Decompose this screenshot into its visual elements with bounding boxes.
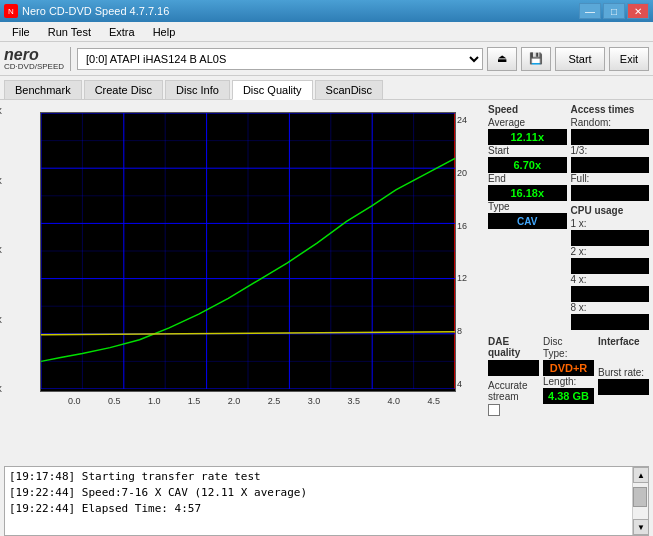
speed-column: Speed Average 12.11x Start 6.70x End 16.…	[488, 104, 567, 330]
exit-button[interactable]: Exit	[609, 47, 649, 71]
cpu-4x-value	[571, 286, 650, 302]
dae-quality-value	[488, 360, 539, 376]
x-0: 0.0	[68, 396, 81, 406]
y-right-3: 12	[457, 273, 475, 283]
y-right-4: 8	[457, 326, 475, 336]
access-column: Access times Random: 1/3: Full: CPU usag…	[571, 104, 650, 330]
disc-type-label: Disc	[543, 336, 594, 347]
y-axis-left: 20 X 16 X 12 X 8 X 4 X	[0, 104, 2, 466]
window-controls: — □ ✕	[579, 3, 649, 19]
log-area: [19:17:48] Starting transfer rate test […	[4, 466, 649, 536]
x-2: 1.0	[148, 396, 161, 406]
speed-title: Speed	[488, 104, 567, 115]
access-times-title: Access times	[571, 104, 650, 115]
cpu-section: CPU usage 1 x: 2 x: 4 x: 8 x:	[571, 205, 650, 330]
panel-speed-access: Speed Average 12.11x Start 6.70x End 16.…	[488, 104, 649, 330]
eject-button[interactable]: ⏏	[487, 47, 517, 71]
full-label: Full:	[571, 173, 650, 184]
accurate-stream-row	[488, 404, 539, 416]
start-button[interactable]: Start	[555, 47, 605, 71]
one-third-value	[571, 157, 650, 173]
menu-help[interactable]: Help	[145, 24, 184, 40]
accurate-stream-section: Accurate stream	[488, 380, 539, 416]
cpu-8x-value	[571, 314, 650, 330]
y-left-0: 20 X	[0, 106, 2, 116]
dae-column: DAE quality Accurate stream	[488, 336, 539, 416]
full-value	[571, 185, 650, 201]
one-third-label: 1/3:	[571, 145, 650, 156]
type-label: Type	[488, 201, 567, 212]
x-9: 4.5	[427, 396, 440, 406]
y-left-5	[0, 454, 2, 464]
nero-logo-text: nero	[4, 47, 39, 63]
cpu-usage-title: CPU usage	[571, 205, 650, 216]
y-axis-right: 24 20 16 12 8 4	[457, 113, 475, 391]
drive-select[interactable]: [0:0] ATAPI iHAS124 B AL0S	[77, 48, 483, 70]
y-left-2: 12 X	[0, 245, 2, 255]
chart-wrapper: 20 X 16 X 12 X 8 X 4 X	[4, 104, 484, 466]
log-line-2: [19:22:44] Elapsed Time: 4:57	[9, 501, 628, 517]
minimize-button[interactable]: —	[579, 3, 601, 19]
log-scrollbar: ▲ ▼	[632, 467, 648, 535]
scroll-down-button[interactable]: ▼	[633, 519, 649, 535]
x-5: 2.5	[268, 396, 281, 406]
tab-benchmark[interactable]: Benchmark	[4, 80, 82, 99]
dae-disc-interface-row: DAE quality Accurate stream Disc Type: D…	[488, 336, 649, 416]
random-value	[571, 129, 650, 145]
save-icon: 💾	[529, 52, 543, 65]
log-line-0: [19:17:48] Starting transfer rate test	[9, 469, 628, 485]
save-button[interactable]: 💾	[521, 47, 551, 71]
menu-extra[interactable]: Extra	[101, 24, 143, 40]
x-axis: 0.0 0.5 1.0 1.5 2.0 2.5 3.0 3.5 4.0 4.5	[36, 396, 440, 406]
scroll-up-button[interactable]: ▲	[633, 467, 649, 483]
chart-area: 24 20 16 12 8 4	[40, 112, 456, 392]
x-6: 3.0	[308, 396, 321, 406]
x-7: 3.5	[348, 396, 361, 406]
tab-create-disc[interactable]: Create Disc	[84, 80, 163, 99]
tab-scan-disc[interactable]: ScanDisc	[315, 80, 383, 99]
x-3: 1.5	[188, 396, 201, 406]
menu-bar: File Run Test Extra Help	[0, 22, 653, 42]
main-content: 20 X 16 X 12 X 8 X 4 X	[0, 100, 653, 466]
tab-disc-quality[interactable]: Disc Quality	[232, 80, 313, 100]
toolbar: nero CD·DVD/SPEED [0:0] ATAPI iHAS124 B …	[0, 42, 653, 76]
chart-svg	[41, 113, 455, 389]
disc-type-sub: Type:	[543, 348, 594, 359]
end-label: End	[488, 173, 567, 184]
window-title: Nero CD-DVD Speed 4.7.7.16	[22, 5, 169, 17]
scroll-thumb[interactable]	[633, 487, 647, 507]
cpu-2x-label: 2 x:	[571, 246, 650, 257]
start-value: 6.70x	[488, 157, 567, 173]
burst-rate-section: Burst rate:	[598, 367, 649, 395]
nero-logo-sub: CD·DVD/SPEED	[4, 63, 64, 71]
log-line-1: [19:22:44] Speed:7-16 X CAV (12.11 X ave…	[9, 485, 628, 501]
menu-run-test[interactable]: Run Test	[40, 24, 99, 40]
dae-quality-title: DAE quality	[488, 336, 539, 358]
type-value: CAV	[488, 213, 567, 229]
right-panel: Speed Average 12.11x Start 6.70x End 16.…	[488, 100, 653, 466]
cpu-1x-label: 1 x:	[571, 218, 650, 229]
tabs: Benchmark Create Disc Disc Info Disc Qua…	[0, 76, 653, 100]
cpu-8x-label: 8 x:	[571, 302, 650, 313]
log-content: [19:17:48] Starting transfer rate test […	[5, 467, 632, 535]
disc-type-value: DVD+R	[543, 360, 594, 376]
accurate-stream-checkbox[interactable]	[488, 404, 500, 416]
average-value: 12.11x	[488, 129, 567, 145]
random-label: Random:	[571, 117, 650, 128]
maximize-button[interactable]: □	[603, 3, 625, 19]
toolbar-divider	[70, 47, 71, 71]
y-left-4: 4 X	[0, 384, 2, 394]
title-left: N Nero CD-DVD Speed 4.7.7.16	[4, 4, 169, 18]
interface-title: Interface	[598, 336, 649, 347]
cpu-4x-label: 4 x:	[571, 274, 650, 285]
start-label: Start	[488, 145, 567, 156]
disc-column: Disc Type: DVD+R Length: 4.38 GB	[543, 336, 594, 416]
tab-disc-info[interactable]: Disc Info	[165, 80, 230, 99]
close-button[interactable]: ✕	[627, 3, 649, 19]
nero-logo: nero CD·DVD/SPEED	[4, 47, 64, 71]
lower-stats: DAE quality Accurate stream Disc Type: D…	[488, 336, 649, 416]
eject-icon: ⏏	[497, 52, 507, 65]
menu-file[interactable]: File	[4, 24, 38, 40]
end-value: 16.18x	[488, 185, 567, 201]
x-1: 0.5	[108, 396, 121, 406]
